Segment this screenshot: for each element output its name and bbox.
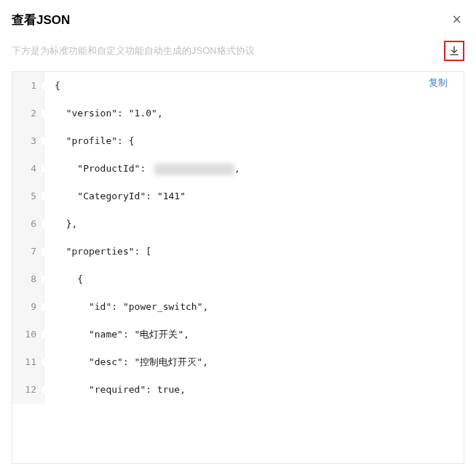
code-line: "ProductId": ,: [44, 155, 464, 183]
line-number: 7: [12, 238, 44, 265]
code-line: "id": "power_switch",: [44, 293, 464, 321]
code-line: "CategoryId": "141": [44, 183, 464, 210]
line-number: 12: [12, 376, 44, 404]
code-line: },: [44, 210, 464, 238]
modal-header: 查看JSON ×: [12, 10, 464, 29]
code-editor: 复制 123456789101112 { "version": "1.0", "…: [12, 71, 464, 464]
close-button[interactable]: ×: [449, 10, 464, 29]
line-number: 11: [12, 348, 44, 376]
line-number: 4: [12, 155, 44, 183]
line-number: 9: [12, 293, 44, 321]
line-number-gutter: 123456789101112: [12, 72, 44, 404]
copy-button[interactable]: 复制: [426, 75, 451, 91]
line-number: 6: [12, 210, 44, 238]
redacted-value: [154, 164, 234, 175]
code-line: "properties": [: [44, 238, 464, 265]
code-scroll-area[interactable]: 123456789101112 { "version": "1.0", "pro…: [12, 72, 464, 463]
code-lines: { "version": "1.0", "profile": { "Produc…: [44, 72, 464, 404]
code-line: "version": "1.0",: [44, 100, 464, 127]
code-line: {: [44, 72, 464, 100]
line-number: 3: [12, 127, 44, 155]
subtitle-text: 下方是为标准功能和自定义功能自动生成的JSON格式协议: [12, 44, 255, 57]
line-number: 10: [12, 321, 44, 348]
json-view-modal: 查看JSON × 下方是为标准功能和自定义功能自动生成的JSON格式协议 复制 …: [0, 0, 476, 464]
line-number: 5: [12, 183, 44, 210]
code-line: "profile": {: [44, 127, 464, 155]
line-number: 8: [12, 265, 44, 293]
code-line: "required": true,: [44, 376, 464, 404]
code-line: "desc": "控制电灯开灭",: [44, 348, 464, 376]
line-number: 1: [12, 72, 44, 100]
code-line: {: [44, 265, 464, 293]
subtitle-row: 下方是为标准功能和自定义功能自动生成的JSON格式协议: [12, 41, 464, 61]
modal-title: 查看JSON: [12, 12, 70, 28]
code-line: "name": "电灯开关",: [44, 321, 464, 348]
download-button[interactable]: [444, 41, 464, 61]
download-icon: [449, 46, 459, 56]
line-number: 2: [12, 100, 44, 127]
